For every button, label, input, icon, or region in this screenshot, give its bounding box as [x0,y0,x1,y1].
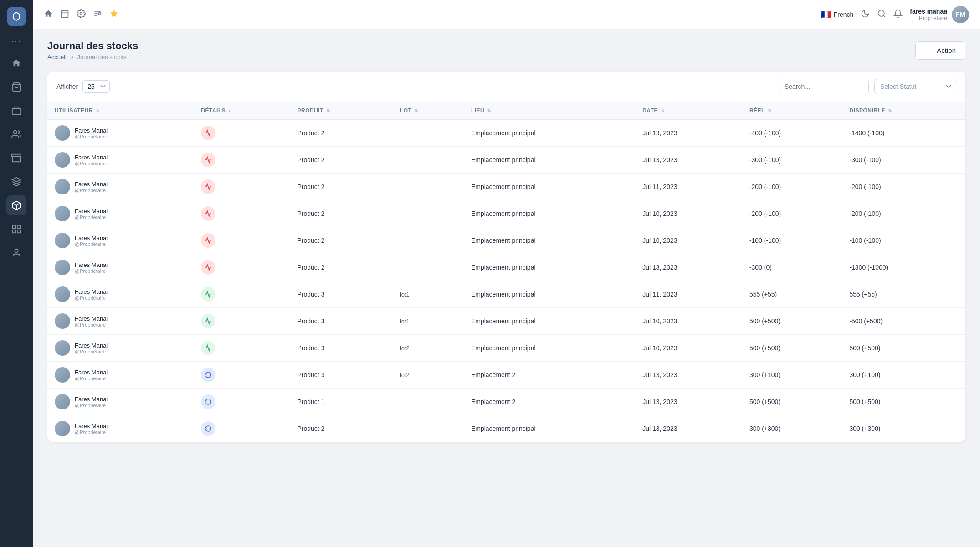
table-row: Fares Manai @Propriétaire Product 2 Empl… [47,415,965,442]
cell-utilisateur: Fares Manai @Propriétaire [47,335,194,362]
main-area: 🇫🇷 French fares manaa Propriétaire FM [33,0,980,547]
sidebar-more-dots[interactable]: ··· [11,36,21,46]
cell-date: Jul 13, 2023 [635,389,742,415]
sidebar-item-home[interactable] [6,53,26,73]
svg-point-16 [80,12,82,15]
sidebar-item-users[interactable] [6,124,26,144]
detail-type-icon[interactable] [201,206,215,221]
sort-produit-icon[interactable]: ⇅ [326,108,330,113]
col-utilisateur: UTILISATEUR ⇅ [47,102,194,120]
search-input[interactable] [778,79,869,94]
sidebar-item-box[interactable] [6,101,26,121]
language-selector[interactable]: 🇫🇷 French [821,10,854,20]
cell-utilisateur: Fares Manai @Propriétaire [47,174,194,200]
sidebar-item-person[interactable] [6,243,26,263]
svg-rect-8 [17,225,20,228]
cell-produit: Product 2 [290,254,393,281]
sort-date-icon[interactable]: ⇅ [661,108,665,113]
page-header: Journal des stocks Accueil > Journal des… [47,40,965,61]
sidebar-item-cart[interactable] [6,77,26,97]
cell-disponible: -1400 (-100) [842,120,965,147]
cell-utilisateur: Fares Manai @Propriétaire [47,120,194,147]
cell-date: Jul 10, 2023 [635,227,742,254]
breadcrumb-home[interactable]: Accueil [47,54,67,61]
topbar-filter-icon[interactable] [93,9,102,20]
detail-type-icon[interactable] [201,233,215,248]
topbar-settings-icon[interactable] [77,9,86,20]
user-thumbnail [55,125,70,141]
cell-utilisateur: Fares Manai @Propriétaire [47,281,194,308]
sort-lot-icon[interactable]: ⇅ [414,108,418,113]
show-count-select[interactable]: 25 10 50 100 [82,80,110,93]
detail-type-icon[interactable] [201,421,215,436]
cell-disponible: -500 (+500) [842,308,965,335]
cell-lot: lot1 [393,308,464,335]
cell-utilisateur: Fares Manai @Propriétaire [47,200,194,227]
detail-type-icon[interactable] [201,153,215,167]
user-cell-role: @Propriétaire [75,349,108,354]
sidebar: ··· [0,0,33,547]
cell-date: Jul 11, 2023 [635,281,742,308]
topbar-bell-icon[interactable] [893,9,903,20]
user-text: fares manaa Propriétaire [910,8,947,21]
col-lieu: LIEU ⇅ [464,102,635,120]
detail-type-icon[interactable] [201,260,215,275]
page-title: Journal des stocks [47,40,138,52]
user-role: Propriétaire [910,15,947,21]
action-button[interactable]: ⋮ Action [915,41,965,60]
sort-details-icon[interactable]: ↓ [228,108,231,113]
cell-produit: Product 2 [290,120,393,147]
sidebar-logo[interactable] [7,7,26,26]
user-cell-name: Fares Manai [75,261,108,268]
cell-utilisateur: Fares Manai @Propriétaire [47,308,194,335]
topbar-calendar-icon[interactable] [60,9,69,20]
cell-disponible: 300 (+300) [842,415,965,442]
cell-disponible: -300 (-100) [842,147,965,174]
detail-type-icon[interactable] [201,287,215,302]
status-select[interactable]: Select Statut [874,79,956,94]
topbar-search-icon[interactable] [877,9,886,20]
cell-date: Jul 11, 2023 [635,174,742,200]
sidebar-item-archive[interactable] [6,148,26,168]
topbar-star-icon[interactable] [109,9,118,20]
cell-produit: Product 3 [290,281,393,308]
avatar[interactable]: FM [952,6,969,23]
svg-rect-7 [13,225,15,228]
sort-lieu-icon[interactable]: ⇅ [487,108,491,113]
user-cell-role: @Propriétaire [75,134,108,139]
avatar-image: FM [952,6,969,23]
sidebar-item-layers[interactable] [6,172,26,192]
topbar-home-icon[interactable] [44,9,53,20]
sort-reel-icon[interactable]: ⇅ [768,108,772,113]
detail-type-icon[interactable] [201,394,215,409]
cell-date: Jul 13, 2023 [635,120,742,147]
cell-utilisateur: Fares Manai @Propriétaire [47,389,194,415]
table-row: Fares Manai @Propriétaire Product 2 Empl… [47,227,965,254]
user-thumbnail [55,179,70,194]
cell-lieu: Emplacement principal [464,147,635,174]
svg-rect-9 [17,230,20,233]
detail-type-icon[interactable] [201,314,215,328]
cell-reel: 300 (+100) [742,362,842,389]
page-title-section: Journal des stocks Accueil > Journal des… [47,40,138,61]
cell-reel: -200 (-100) [742,200,842,227]
sort-utilisateur-icon[interactable]: ⇅ [96,108,100,113]
cell-date: Jul 10, 2023 [635,200,742,227]
content-area: Journal des stocks Accueil > Journal des… [33,29,980,547]
detail-type-icon[interactable] [201,368,215,382]
cell-disponible: 500 (+500) [842,335,965,362]
detail-type-icon[interactable] [201,126,215,140]
detail-type-icon[interactable] [201,341,215,355]
sidebar-item-cube[interactable] [6,195,26,215]
cell-lieu: Emplacement principal [464,227,635,254]
cell-lot [393,200,464,227]
cell-lot [393,227,464,254]
sidebar-item-grid[interactable] [6,219,26,239]
user-cell-name: Fares Manai [75,208,108,215]
table-card: Afficher 25 10 50 100 Select Statut [47,72,965,442]
sort-disponible-icon[interactable]: ⇅ [888,108,892,113]
topbar-darkmode-icon[interactable] [861,9,870,20]
col-lot: LOT ⇅ [393,102,464,120]
detail-type-icon[interactable] [201,179,215,194]
user-cell-name: Fares Manai [75,127,108,134]
